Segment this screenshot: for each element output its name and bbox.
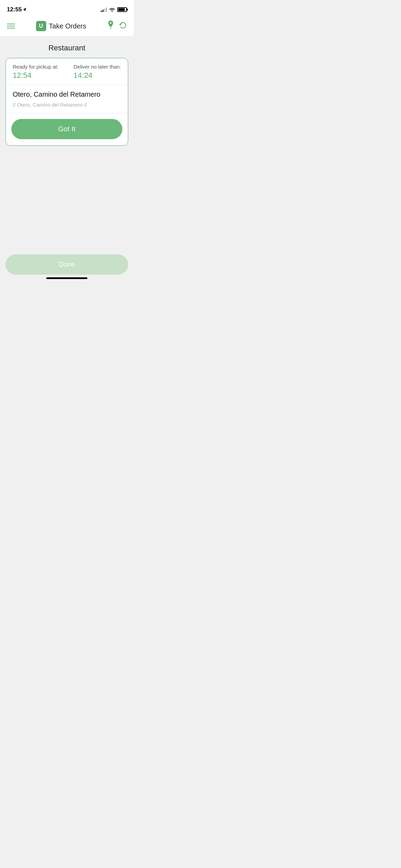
status-time: 12:55 [7,6,26,13]
page-title: Restaurant [48,44,85,52]
app-logo: U [36,21,46,31]
address-sub: // Otero, Camino del Retamero // [13,102,121,108]
pickup-col: Ready for pickup at: 12:54 [13,64,58,80]
navbar-title: Take Orders [49,22,86,30]
deliver-time: 14:24 [74,71,121,80]
hamburger-icon [7,24,15,24]
address-section: Otero, Camino del Retamero // Otero, Cam… [6,85,128,113]
navbar-right [107,21,127,32]
signal-icon [101,7,107,12]
deliver-col: Deliver no later than: 14:24 [74,64,121,80]
battery-icon [117,7,127,12]
pickup-info-row: Ready for pickup at: 12:54 Deliver no la… [6,58,128,85]
refresh-icon[interactable] [119,21,127,31]
location-pin-icon[interactable] [107,21,114,32]
status-bar: 12:55 [0,0,134,17]
svg-point-0 [110,27,112,29]
time-display: 12:55 [7,6,22,13]
got-it-button[interactable]: Got It [11,119,122,139]
order-card: Ready for pickup at: 12:54 Deliver no la… [5,58,128,146]
deliver-label: Deliver no later than: [74,64,121,70]
page-content: Restaurant Ready for pickup at: 12:54 De… [0,37,134,151]
status-icons [101,7,127,12]
done-button[interactable]: Done [5,254,128,275]
got-it-section: Got It [6,113,128,145]
hamburger-icon [7,28,15,28]
hamburger-icon [7,26,15,26]
home-indicator [46,277,87,279]
location-arrow-icon [23,8,26,12]
navbar-center: U Take Orders [36,21,86,31]
bottom-area: Done [0,249,134,289]
menu-button[interactable] [7,24,15,28]
address-main: Otero, Camino del Retamero [13,91,121,98]
pickup-label: Ready for pickup at: [13,64,58,70]
wifi-icon [109,7,115,12]
pickup-time: 12:54 [13,71,58,80]
navbar: U Take Orders [0,17,134,37]
